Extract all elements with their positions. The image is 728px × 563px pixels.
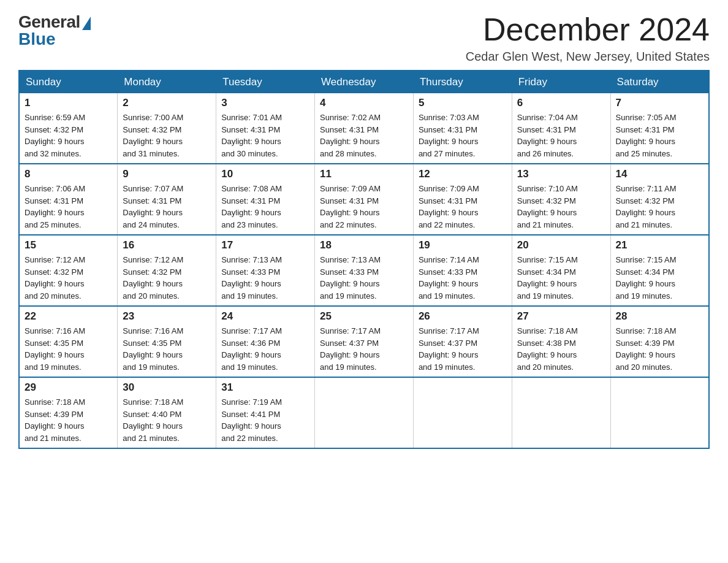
calendar-cell: 18 Sunrise: 7:13 AMSunset: 4:33 PMDaylig… xyxy=(315,235,414,306)
calendar-cell: 30 Sunrise: 7:18 AMSunset: 4:40 PMDaylig… xyxy=(118,377,216,448)
day-number: 9 xyxy=(123,168,211,180)
calendar-cell xyxy=(315,377,414,448)
calendar-week-row: 15 Sunrise: 7:12 AMSunset: 4:32 PMDaylig… xyxy=(19,235,709,306)
calendar-cell: 28 Sunrise: 7:18 AMSunset: 4:39 PMDaylig… xyxy=(610,306,709,377)
calendar-header: SundayMondayTuesdayWednesdayThursdayFrid… xyxy=(19,71,709,93)
day-info: Sunrise: 7:18 AMSunset: 4:40 PMDaylight:… xyxy=(123,396,211,444)
calendar-table: SundayMondayTuesdayWednesdayThursdayFrid… xyxy=(18,70,710,449)
day-number: 15 xyxy=(25,239,112,251)
day-number: 21 xyxy=(616,239,703,251)
calendar-day-header: Wednesday xyxy=(315,71,414,93)
calendar-cell: 15 Sunrise: 7:12 AMSunset: 4:32 PMDaylig… xyxy=(19,235,118,306)
calendar-cell: 6 Sunrise: 7:04 AMSunset: 4:31 PMDayligh… xyxy=(512,93,610,164)
day-number: 23 xyxy=(123,310,211,323)
day-number: 30 xyxy=(123,381,211,394)
calendar-cell: 10 Sunrise: 7:08 AMSunset: 4:31 PMDaylig… xyxy=(216,164,315,235)
day-info: Sunrise: 7:14 AMSunset: 4:33 PMDaylight:… xyxy=(419,254,507,302)
day-number: 1 xyxy=(25,97,112,109)
calendar-day-header: Sunday xyxy=(19,71,118,93)
day-number: 16 xyxy=(123,239,211,251)
calendar-week-row: 8 Sunrise: 7:06 AMSunset: 4:31 PMDayligh… xyxy=(19,164,709,235)
calendar-cell: 3 Sunrise: 7:01 AMSunset: 4:31 PMDayligh… xyxy=(216,93,315,164)
day-info: Sunrise: 7:01 AMSunset: 4:31 PMDaylight:… xyxy=(221,112,309,159)
day-number: 6 xyxy=(517,97,605,109)
calendar-cell: 22 Sunrise: 7:16 AMSunset: 4:35 PMDaylig… xyxy=(19,306,118,377)
day-info: Sunrise: 7:17 AMSunset: 4:37 PMDaylight:… xyxy=(320,325,408,373)
calendar-week-row: 1 Sunrise: 6:59 AMSunset: 4:32 PMDayligh… xyxy=(19,93,709,164)
day-info: Sunrise: 7:12 AMSunset: 4:32 PMDaylight:… xyxy=(25,254,112,302)
day-number: 31 xyxy=(221,381,309,394)
calendar-cell: 7 Sunrise: 7:05 AMSunset: 4:31 PMDayligh… xyxy=(610,93,709,164)
calendar-week-row: 29 Sunrise: 7:18 AMSunset: 4:39 PMDaylig… xyxy=(19,377,709,448)
day-number: 10 xyxy=(221,168,309,180)
day-number: 4 xyxy=(320,97,408,109)
day-info: Sunrise: 7:12 AMSunset: 4:32 PMDaylight:… xyxy=(123,254,211,302)
calendar-cell: 25 Sunrise: 7:17 AMSunset: 4:37 PMDaylig… xyxy=(315,306,414,377)
day-info: Sunrise: 7:07 AMSunset: 4:31 PMDaylight:… xyxy=(123,183,211,231)
day-info: Sunrise: 7:00 AMSunset: 4:32 PMDaylight:… xyxy=(123,112,211,159)
calendar-cell xyxy=(512,377,610,448)
calendar-cell xyxy=(413,377,512,448)
page-header: General Blue December 2024 Cedar Glen We… xyxy=(18,12,710,64)
calendar-week-row: 22 Sunrise: 7:16 AMSunset: 4:35 PMDaylig… xyxy=(19,306,709,377)
day-info: Sunrise: 7:15 AMSunset: 4:34 PMDaylight:… xyxy=(616,254,703,302)
calendar-body: 1 Sunrise: 6:59 AMSunset: 4:32 PMDayligh… xyxy=(19,93,709,448)
calendar-cell: 24 Sunrise: 7:17 AMSunset: 4:36 PMDaylig… xyxy=(216,306,315,377)
calendar-cell: 20 Sunrise: 7:15 AMSunset: 4:34 PMDaylig… xyxy=(512,235,610,306)
day-info: Sunrise: 7:10 AMSunset: 4:32 PMDaylight:… xyxy=(517,183,605,231)
month-title: December 2024 xyxy=(466,12,710,47)
day-number: 14 xyxy=(616,168,703,180)
logo-triangle-icon xyxy=(82,17,91,30)
day-number: 29 xyxy=(25,381,112,394)
calendar-day-header: Monday xyxy=(118,71,216,93)
calendar-cell: 14 Sunrise: 7:11 AMSunset: 4:32 PMDaylig… xyxy=(610,164,709,235)
day-info: Sunrise: 7:09 AMSunset: 4:31 PMDaylight:… xyxy=(419,183,507,231)
day-info: Sunrise: 7:18 AMSunset: 4:39 PMDaylight:… xyxy=(25,396,112,444)
day-info: Sunrise: 7:13 AMSunset: 4:33 PMDaylight:… xyxy=(320,254,408,302)
calendar-header-row: SundayMondayTuesdayWednesdayThursdayFrid… xyxy=(19,71,709,93)
calendar-cell: 17 Sunrise: 7:13 AMSunset: 4:33 PMDaylig… xyxy=(216,235,315,306)
day-info: Sunrise: 7:16 AMSunset: 4:35 PMDaylight:… xyxy=(123,325,211,373)
day-number: 19 xyxy=(419,239,507,251)
calendar-cell: 13 Sunrise: 7:10 AMSunset: 4:32 PMDaylig… xyxy=(512,164,610,235)
day-number: 26 xyxy=(419,310,507,323)
day-number: 25 xyxy=(320,310,408,323)
location-text: Cedar Glen West, New Jersey, United Stat… xyxy=(466,50,710,64)
day-info: Sunrise: 7:15 AMSunset: 4:34 PMDaylight:… xyxy=(517,254,605,302)
day-number: 8 xyxy=(25,168,112,180)
day-number: 27 xyxy=(517,310,605,323)
calendar-cell: 4 Sunrise: 7:02 AMSunset: 4:31 PMDayligh… xyxy=(315,93,414,164)
day-info: Sunrise: 7:03 AMSunset: 4:31 PMDaylight:… xyxy=(419,112,507,159)
day-number: 20 xyxy=(517,239,605,251)
day-info: Sunrise: 7:04 AMSunset: 4:31 PMDaylight:… xyxy=(517,112,605,159)
day-info: Sunrise: 7:05 AMSunset: 4:31 PMDaylight:… xyxy=(616,112,703,159)
day-info: Sunrise: 7:16 AMSunset: 4:35 PMDaylight:… xyxy=(25,325,112,373)
calendar-cell: 19 Sunrise: 7:14 AMSunset: 4:33 PMDaylig… xyxy=(413,235,512,306)
logo: General Blue xyxy=(18,12,91,49)
day-number: 2 xyxy=(123,97,211,109)
title-section: December 2024 Cedar Glen West, New Jerse… xyxy=(466,12,710,64)
calendar-cell: 12 Sunrise: 7:09 AMSunset: 4:31 PMDaylig… xyxy=(413,164,512,235)
day-info: Sunrise: 7:08 AMSunset: 4:31 PMDaylight:… xyxy=(221,183,309,231)
day-number: 18 xyxy=(320,239,408,251)
day-info: Sunrise: 7:19 AMSunset: 4:41 PMDaylight:… xyxy=(221,396,309,444)
calendar-cell: 27 Sunrise: 7:18 AMSunset: 4:38 PMDaylig… xyxy=(512,306,610,377)
day-info: Sunrise: 7:06 AMSunset: 4:31 PMDaylight:… xyxy=(25,183,112,231)
day-info: Sunrise: 7:13 AMSunset: 4:33 PMDaylight:… xyxy=(221,254,309,302)
calendar-cell: 9 Sunrise: 7:07 AMSunset: 4:31 PMDayligh… xyxy=(118,164,216,235)
day-info: Sunrise: 6:59 AMSunset: 4:32 PMDaylight:… xyxy=(25,112,112,159)
calendar-day-header: Thursday xyxy=(413,71,512,93)
calendar-cell: 31 Sunrise: 7:19 AMSunset: 4:41 PMDaylig… xyxy=(216,377,315,448)
calendar-cell: 2 Sunrise: 7:00 AMSunset: 4:32 PMDayligh… xyxy=(118,93,216,164)
calendar-cell: 29 Sunrise: 7:18 AMSunset: 4:39 PMDaylig… xyxy=(19,377,118,448)
calendar-cell: 23 Sunrise: 7:16 AMSunset: 4:35 PMDaylig… xyxy=(118,306,216,377)
calendar-cell: 16 Sunrise: 7:12 AMSunset: 4:32 PMDaylig… xyxy=(118,235,216,306)
day-info: Sunrise: 7:18 AMSunset: 4:38 PMDaylight:… xyxy=(517,325,605,373)
day-number: 11 xyxy=(320,168,408,180)
day-number: 13 xyxy=(517,168,605,180)
calendar-cell: 8 Sunrise: 7:06 AMSunset: 4:31 PMDayligh… xyxy=(19,164,118,235)
day-number: 24 xyxy=(221,310,309,323)
day-info: Sunrise: 7:17 AMSunset: 4:37 PMDaylight:… xyxy=(419,325,507,373)
day-info: Sunrise: 7:02 AMSunset: 4:31 PMDaylight:… xyxy=(320,112,408,159)
calendar-day-header: Friday xyxy=(512,71,610,93)
